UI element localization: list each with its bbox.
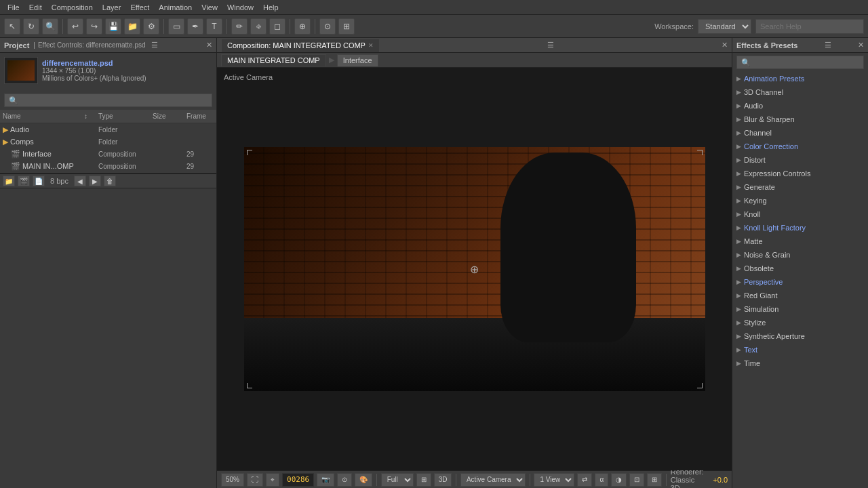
tool-settings[interactable]: ⚙ bbox=[143, 18, 159, 35]
tool-rotation[interactable]: ↻ bbox=[23, 18, 39, 35]
menu-item-composition[interactable]: Composition bbox=[47, 2, 98, 13]
effect-category-item[interactable]: ▶ Blur & Sharpen bbox=[732, 113, 868, 126]
tool-save[interactable]: 💾 bbox=[105, 18, 121, 35]
file-type: Composition bbox=[98, 163, 153, 170]
tool-rect[interactable]: ▭ bbox=[168, 18, 184, 35]
viewer-3d-btn[interactable]: 3D bbox=[434, 473, 452, 487]
new-comp-button[interactable]: 🎬 bbox=[18, 176, 30, 186]
effect-category-item[interactable]: ▶ Expression Controls bbox=[732, 167, 868, 180]
comp-panel-close-icon[interactable]: ✕ bbox=[722, 41, 728, 49]
viewer-alpha-btn[interactable]: α bbox=[595, 473, 608, 487]
viewer-color2-btn[interactable]: ◑ bbox=[611, 473, 627, 487]
effect-category-item[interactable]: ▶ Noise & Grain bbox=[732, 248, 868, 262]
menu-item-window[interactable]: Window bbox=[222, 2, 258, 13]
viewer-color-button[interactable]: 🎨 bbox=[355, 473, 372, 487]
tool-project[interactable]: 📁 bbox=[124, 18, 140, 35]
effects-panel-menu[interactable]: ☰ bbox=[825, 41, 831, 49]
forward-button[interactable]: ▶ bbox=[89, 176, 101, 186]
file-row[interactable]: 🎬 Interface Composition 29 bbox=[0, 148, 216, 160]
tool-paint[interactable]: ✏ bbox=[231, 18, 248, 35]
new-item-button[interactable]: 📄 bbox=[33, 176, 45, 186]
viewer-camera-button[interactable]: 📷 bbox=[317, 473, 334, 487]
effect-category-item[interactable]: ▶ Perspective bbox=[732, 275, 868, 289]
viewer-view-count-select[interactable]: 1 View bbox=[534, 473, 574, 487]
renderer-value: Classic 3D bbox=[671, 476, 694, 489]
menu-item-animation[interactable]: Animation bbox=[154, 2, 197, 13]
viewer-snap-button[interactable]: ⌖ bbox=[266, 473, 279, 487]
effect-category-item[interactable]: ▶ Knoll Light Factory bbox=[732, 221, 868, 235]
workspace-select[interactable]: Standard bbox=[698, 19, 751, 34]
effect-category-item[interactable]: ▶ 3D Channel bbox=[732, 85, 868, 99]
effect-category-item[interactable]: ▶ Red Giant bbox=[732, 289, 868, 302]
category-arrow-icon: ▶ bbox=[736, 224, 741, 231]
menu-item-effect[interactable]: Effect bbox=[125, 2, 154, 13]
viewer-fit-button[interactable]: ⛶ bbox=[247, 473, 263, 487]
new-folder-button[interactable]: 📁 bbox=[3, 176, 15, 186]
viewer-zoom-select[interactable]: 50% bbox=[221, 473, 244, 487]
file-row[interactable]: ▶ Audio Folder bbox=[0, 123, 216, 136]
viewer-grid-btn[interactable]: ⊞ bbox=[647, 473, 662, 487]
effect-category-item[interactable]: ▶ Generate bbox=[732, 180, 868, 194]
menu-item-layer[interactable]: Layer bbox=[98, 2, 126, 13]
file-row[interactable]: 🎬 MAIN IN...OMP Composition 29 bbox=[0, 160, 216, 172]
comp-panel-menu-icon[interactable]: ☰ bbox=[547, 41, 554, 49]
viewer-camera-view-select[interactable]: Active Camera bbox=[460, 473, 526, 487]
effect-category-item[interactable]: ▶ Text bbox=[732, 343, 868, 357]
viewer-transfer-btn[interactable]: ⇄ bbox=[577, 473, 592, 487]
effect-category-item[interactable]: ▶ Color Correction bbox=[732, 140, 868, 153]
help-search-input[interactable] bbox=[755, 19, 864, 34]
effect-category-item[interactable]: ▶ Stylize bbox=[732, 316, 868, 329]
effects-search-input[interactable] bbox=[736, 56, 864, 69]
sub-tab-main-integrated[interactable]: MAIN INTEGRATED COMP bbox=[221, 54, 326, 66]
panel-menu-icon[interactable]: ☰ bbox=[151, 41, 158, 49]
effect-category-item[interactable]: ▶ Animation Presets bbox=[732, 72, 868, 85]
effects-panel-header: Effects & Presets ☰ ✕ bbox=[732, 38, 868, 53]
effect-category-item[interactable]: ▶ Knoll bbox=[732, 207, 868, 221]
tool-pen[interactable]: ✒ bbox=[187, 18, 203, 35]
tool-clone[interactable]: ⎆ bbox=[250, 18, 267, 35]
viewer-exposure-button[interactable]: ⊙ bbox=[337, 473, 352, 487]
tool-redo[interactable]: ↪ bbox=[86, 18, 102, 35]
effect-category-item[interactable]: ▶ Keying bbox=[732, 194, 868, 207]
category-label: Synthetic Aperture bbox=[744, 332, 805, 340]
tool-undo[interactable]: ↩ bbox=[67, 18, 83, 35]
effect-category-item[interactable]: ▶ Audio bbox=[732, 99, 868, 113]
menu-item-help[interactable]: Help bbox=[258, 2, 283, 13]
tool-camera[interactable]: ⊙ bbox=[319, 18, 336, 35]
comp-tab-main-close[interactable]: ✕ bbox=[368, 42, 374, 49]
viewer-rulers-btn[interactable]: ⊡ bbox=[629, 473, 644, 487]
tool-zoom[interactable]: 🔍 bbox=[42, 18, 58, 35]
effect-category-item[interactable]: ▶ Synthetic Aperture bbox=[732, 329, 868, 343]
category-arrow-icon: ▶ bbox=[736, 211, 741, 218]
sub-tab-interface-label: Interface bbox=[343, 56, 372, 64]
viewer-quality-select[interactable]: Full Half bbox=[381, 473, 414, 487]
effect-category-item[interactable]: ▶ Matte bbox=[732, 235, 868, 248]
file-row[interactable]: ▶ Comps Folder bbox=[0, 136, 216, 148]
viewer-toggle-btn[interactable]: ⊞ bbox=[416, 473, 431, 487]
menu-item-edit[interactable]: Edit bbox=[24, 2, 47, 13]
sub-tab-interface[interactable]: Interface bbox=[337, 54, 378, 66]
effect-category-item[interactable]: ▶ Distort bbox=[732, 153, 868, 167]
file-row[interactable]: 🎬 Maps Composition 29 bbox=[0, 172, 216, 173]
effect-category-item[interactable]: ▶ Time bbox=[732, 357, 868, 370]
effect-category-item[interactable]: ▶ Simulation bbox=[732, 302, 868, 316]
tool-text[interactable]: T bbox=[206, 18, 222, 35]
comp-tab-main[interactable]: Composition: MAIN INTEGRATED COMP ✕ bbox=[221, 39, 380, 52]
tool-eraser[interactable]: ◻ bbox=[269, 18, 285, 35]
trash-button[interactable]: 🗑 bbox=[104, 176, 116, 186]
effects-panel-close[interactable]: ✕ bbox=[858, 41, 864, 49]
menu-item-file[interactable]: File bbox=[3, 2, 24, 13]
category-arrow-icon: ▶ bbox=[736, 184, 741, 190]
tool-orbit[interactable]: ⊞ bbox=[338, 18, 355, 35]
effect-category-item[interactable]: ▶ Channel bbox=[732, 126, 868, 140]
menu-item-view[interactable]: View bbox=[197, 2, 222, 13]
panel-close-icon[interactable]: ✕ bbox=[206, 41, 212, 49]
tool-puppet[interactable]: ⊕ bbox=[294, 18, 311, 35]
project-search-input[interactable] bbox=[4, 94, 212, 107]
file-name: MAIN IN...OMP bbox=[22, 162, 98, 170]
center-panel: Composition: MAIN INTEGRATED COMP ✕ ☰ ✕ … bbox=[217, 38, 732, 488]
project-panel-header: Project | Effect Controls: differencemat… bbox=[0, 38, 216, 53]
tool-selection[interactable]: ↖ bbox=[4, 18, 20, 35]
bpc-toggle-button[interactable]: ◀ bbox=[74, 176, 86, 186]
effect-category-item[interactable]: ▶ Obsolete bbox=[732, 262, 868, 275]
